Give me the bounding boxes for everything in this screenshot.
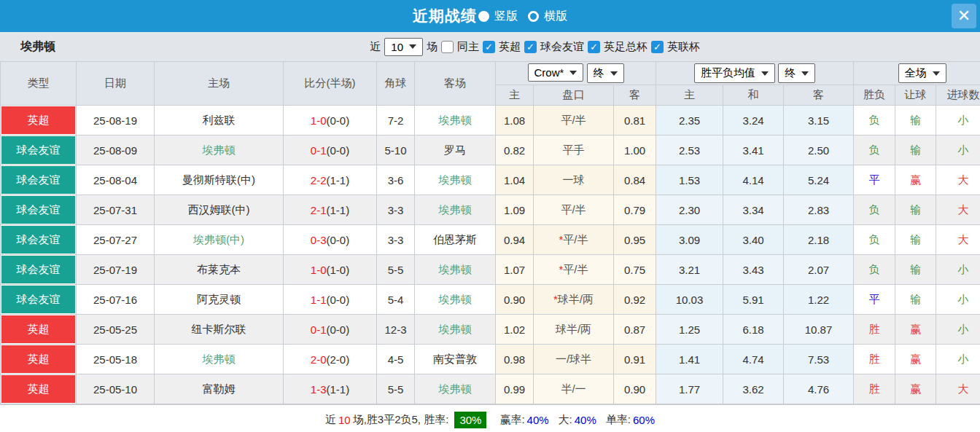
table-row: 球会友谊 25-08-09 埃弗顿 0-1(0-0) 5-10 罗马 0.82 … [1,136,980,165]
layout-option-vertical[interactable]: 竖版 [478,9,518,24]
cell-eu-draw-odds: 6.18 [723,315,784,345]
cell-ah-home-odds: 0.90 [496,285,534,315]
subheader-eu-away: 客 [784,85,854,106]
same-home-checkbox[interactable] [441,41,454,53]
results-table: 类型 日期 主场 比分(半场) 角球 客场 Crow* 终 胜平负均值 终 全场 [0,61,980,404]
table-row: 英超 25-05-25 纽卡斯尔联 0-1(0-0) 12-3 埃弗顿 1.02… [1,315,980,345]
cell-goals-result: 大 [936,195,980,225]
cell-ah-line: 一/球半 [534,345,614,374]
cell-corners: 5-5 [377,374,415,404]
wdl-time-select[interactable]: 终 [778,63,815,83]
cell-eu-draw-odds: 5.91 [723,285,784,315]
cell-eu-away-odds: 5.24 [784,165,854,195]
wdl-odds-header: 胜平负均值 终 [656,62,854,85]
vertical-layout-label: 竖版 [494,9,518,24]
cell-date: 25-07-16 [77,285,155,315]
table-row: 英超 25-05-18 埃弗顿 2-0(2-0) 4-5 南安普敦 0.98 一… [1,345,980,374]
radio-selected-icon[interactable] [478,11,489,22]
match-type-badge: 球会友谊 [1,226,75,254]
cell-away-team: 伯恩茅斯 [415,225,496,255]
horizontal-layout-label: 横版 [544,9,567,24]
cell-date: 25-05-18 [77,345,155,374]
chevron-down-icon [801,71,809,76]
league-eflcup-label: 英联杯 [667,40,700,54]
cell-eu-away-odds: 4.76 [784,374,854,404]
fulltime-score: 1-3 [311,383,327,396]
cell-eu-draw-odds: 3.62 [723,374,784,404]
cell-handicap-result: 输 [895,255,936,285]
cell-goals-result: 小 [936,106,980,136]
same-home-label: 同主 [457,40,479,54]
cell-result: 负 [854,106,895,136]
cell-handicap-result: 输 [895,195,936,225]
cell-eu-away-odds: 1.22 [784,285,854,315]
halftime-score: (1-1) [327,383,350,396]
cell-date: 25-07-27 [77,225,155,255]
league-facup-checkbox[interactable]: ✓ [588,41,600,53]
league-friendly-checkbox[interactable]: ✓ [524,41,537,53]
cell-ah-line: 一球 [534,165,614,195]
col-header-away: 客场 [415,62,496,106]
halftime-score: (0-0) [327,323,350,336]
cell-eu-home-odds: 2.35 [656,106,723,136]
radio-unselected-icon[interactable] [528,11,539,22]
cell-away-team: 埃弗顿 [415,195,496,225]
cell-date: 25-07-19 [77,255,155,285]
scope-select[interactable]: 全场 [898,63,946,83]
cell-eu-draw-odds: 3.41 [723,136,784,165]
cell-ah-away-odds: 0.75 [614,255,656,285]
cell-score: 1-1(0-0) [284,285,377,315]
chevron-down-icon [409,44,416,49]
fulltime-score: 2-2 [311,174,327,186]
cell-eu-away-odds: 2.50 [784,136,854,165]
table-row: 球会友谊 25-08-04 曼彻斯特联(中) 2-2(1-1) 3-6 埃弗顿 … [1,165,980,195]
cell-ah-away-odds: 1.00 [614,136,656,165]
league-friendly-label: 球会友谊 [540,40,584,54]
cell-ah-away-odds: 0.87 [614,315,656,345]
cell-ah-line: 半/一 [534,374,614,404]
halftime-score: (1-0) [327,264,350,276]
cell-corners: 3-6 [377,165,415,195]
halftime-score: (1-1) [327,204,350,216]
cell-home-team: 西汉姆联(中) [155,195,284,225]
cell-match-type: 英超 [1,374,77,404]
summary-prefix: 近 [325,413,336,427]
league-epl-checkbox[interactable]: ✓ [483,41,495,53]
cell-date: 25-05-10 [77,374,155,404]
table-row: 英超 25-05-10 富勒姆 1-3(1-1) 5-5 埃弗顿 0.99 半/… [1,374,980,404]
cell-date: 25-05-25 [77,315,155,345]
cell-date: 25-07-31 [77,195,155,225]
subheader-handicap: 让球 [895,85,936,106]
big-rate-label: 大: [559,413,572,427]
cell-ah-home-odds: 1.04 [496,165,534,195]
wdl-average-select[interactable]: 胜平负均值 [694,63,775,83]
cell-ah-line: *平/半 [534,255,614,285]
cell-away-team: 南安普敦 [415,345,496,374]
win-rate-badge: 30% [454,412,486,428]
cell-ah-home-odds: 0.94 [496,225,534,255]
league-facup-label: 英足总杯 [604,40,648,54]
cell-home-team: 富勒姆 [155,374,284,404]
match-type-badge: 球会友谊 [1,196,75,224]
filter-controls: 近 10 场 同主 ✓ 英超 ✓ 球会友谊 ✓ 英足总杯 ✓ 英联杯 [370,38,700,56]
cell-eu-draw-odds: 3.34 [723,195,784,225]
match-count-select[interactable]: 10 [384,38,423,56]
league-epl-label: 英超 [499,40,521,54]
cell-corners: 3-3 [377,195,415,225]
close-button[interactable]: ✕ [952,4,976,28]
odds-company-select[interactable]: Crow* [528,63,584,82]
league-eflcup-checkbox[interactable]: ✓ [651,41,664,53]
cell-away-team: 埃弗顿 [415,106,496,136]
cell-eu-away-odds: 3.15 [784,106,854,136]
cell-score: 2-2(1-1) [284,165,377,195]
cell-score: 2-1(1-1) [284,195,377,225]
handicap-time-select[interactable]: 终 [587,63,624,83]
cell-goals-result: 大 [936,225,980,255]
cell-eu-draw-odds: 3.43 [723,255,784,285]
cell-date: 25-08-19 [77,106,155,136]
cell-eu-draw-odds: 3.24 [723,106,784,136]
cell-handicap-result: 输 [895,285,936,315]
match-type-badge: 球会友谊 [1,286,75,313]
layout-option-horizontal[interactable]: 横版 [528,9,567,24]
fulltime-score: 0-3 [311,234,327,246]
